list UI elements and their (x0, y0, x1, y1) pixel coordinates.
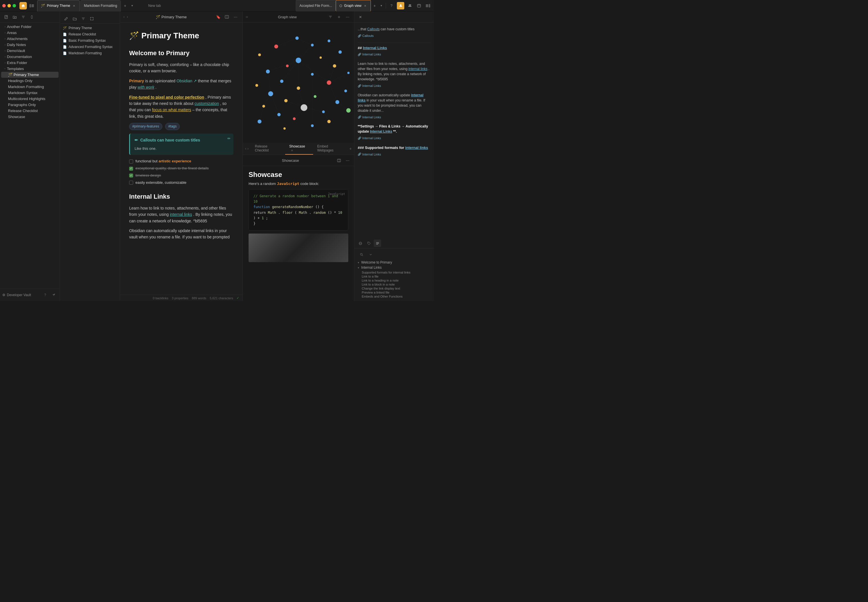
graph-more-icon[interactable]: ⋯ (344, 13, 351, 21)
close-window-button[interactable] (2, 4, 6, 8)
close-right-sidebar-btn[interactable] (357, 13, 364, 21)
tab-embed-webpages[interactable]: Embed Webpages (313, 143, 348, 155)
sidebar-item-markdown-syntax[interactable]: Markdown Syntax (1, 90, 58, 96)
right-tabs-dropdown[interactable]: ▾ (378, 3, 384, 9)
sort-icon-2[interactable] (80, 15, 87, 22)
checkbox-4[interactable] (129, 181, 133, 185)
graph-view[interactable] (243, 23, 354, 143)
editor-content[interactable]: 🪄 Primary Theme Welcome to Primary Prima… (120, 23, 243, 295)
outline-search-icon[interactable] (358, 251, 365, 258)
reading-view-icon[interactable] (223, 13, 231, 21)
with-work-link[interactable]: with work (138, 85, 154, 89)
recent-item-release-checklist[interactable]: 📄 Release Checklist (60, 31, 120, 37)
people-button[interactable] (406, 2, 413, 9)
tab-showcase[interactable]: Showcase ✕ (285, 143, 313, 155)
checkbox-1[interactable] (129, 160, 133, 163)
sort-button[interactable] (20, 13, 27, 21)
outline-internal-links[interactable]: ▾ Internal Links (358, 266, 430, 270)
recent-item-markdown-formatting[interactable]: 📄 Markdown Formatting (60, 50, 120, 56)
tabs-dropdown-button[interactable]: ▾ (129, 3, 135, 9)
minimize-window-button[interactable] (8, 4, 11, 8)
tab-markdown-formatting[interactable]: Markdown Formatting (80, 0, 121, 11)
showcase-back-btn[interactable]: ‹ (245, 147, 246, 150)
right-new-tab-button[interactable]: + (371, 2, 378, 9)
recent-item-advanced-formatting[interactable]: 📄 Advanced Formatting Syntax (60, 44, 120, 50)
rs-auto-link-ref[interactable]: Internal Links (362, 115, 381, 120)
help-icon-bottom[interactable]: ? (41, 291, 49, 299)
outline-change-link-text[interactable]: Change the link display text (358, 287, 430, 290)
rs-tab-list[interactable] (374, 240, 381, 247)
recent-item-primary-theme[interactable]: 🪄 Primary Theme (60, 25, 120, 31)
add-tab-button[interactable]: + (349, 146, 352, 151)
folder-icon[interactable] (71, 15, 78, 22)
showcase-forward-btn[interactable]: › (247, 147, 249, 150)
showcase-reading-icon[interactable] (335, 157, 343, 164)
rs-inline-link[interactable]: internal links (408, 67, 427, 71)
sidebar-item-another-folder[interactable]: › Another Folder (1, 24, 58, 30)
tab-primary-theme[interactable]: 🪄 Primary Theme ✕ (37, 0, 80, 11)
sidebar-item-release-checklist[interactable]: Release Checklist (1, 108, 58, 114)
sidebar-item-daily-notes[interactable]: › Daily Notes (1, 42, 58, 48)
outline-fold-icon[interactable] (367, 251, 374, 258)
tag-primary-features[interactable]: #primary-features (129, 123, 162, 130)
checkbox-3[interactable] (129, 174, 133, 178)
sidebar-item-extra-folder[interactable]: › Extra Folder (1, 60, 58, 66)
graph-tab-close[interactable]: ✕ (363, 4, 367, 8)
settings-icon-bottom[interactable] (50, 291, 57, 299)
focus-link[interactable]: focus on what matters (152, 108, 191, 112)
forward-button[interactable]: › (127, 15, 128, 19)
home-icon-button[interactable] (20, 2, 27, 9)
outline-welcome-to-primary[interactable]: ▾ Welcome to Primary (358, 260, 430, 264)
tag-tags[interactable]: #tags (165, 123, 180, 130)
internal-links-link[interactable]: internal links (170, 212, 192, 217)
new-tab-area[interactable]: New tab (138, 4, 172, 8)
new-note-button[interactable] (2, 13, 10, 21)
back-button[interactable]: ‹ (123, 15, 125, 19)
rs-internal-links-ref[interactable]: Internal Links (362, 52, 381, 57)
rs-supported-ref[interactable]: Internal Links (362, 152, 381, 157)
expand-icon[interactable] (88, 15, 95, 22)
showcase-content[interactable]: Showcase Here's a random JavaScript code… (243, 166, 354, 301)
sidebar-item-attachments[interactable]: › Attachments (1, 36, 58, 42)
callout-edit-icon[interactable]: ✏ (227, 136, 231, 142)
outline-link-to-heading[interactable]: Link to a heading in a note (358, 279, 430, 282)
help-button[interactable]: ? (388, 2, 395, 9)
outline-supported-formats[interactable]: Supported formats for internal links (358, 271, 430, 274)
tab-release-checklist[interactable]: Release Checklist (251, 143, 285, 155)
tab-graph-view[interactable]: ⬡ Graph view ✕ (336, 0, 371, 11)
sidebar-item-markdown-formatting[interactable]: Markdown Formatting (1, 84, 58, 90)
sidebar-item-multicolored-highlights[interactable]: Multicolored Highlights (1, 96, 58, 102)
collapse-all-button[interactable] (28, 13, 35, 21)
rs-settings-ref[interactable]: Internal Links (362, 136, 381, 141)
profile-button[interactable] (397, 2, 404, 9)
rs-callouts-ref[interactable]: Callouts (362, 34, 374, 38)
sidebar-item-headings-only[interactable]: Headings Only (1, 78, 58, 84)
outline-preview-linked-file[interactable]: Preview a linked file (358, 291, 430, 294)
rs-inline-link-ref[interactable]: Internal Links (362, 83, 381, 89)
rs-tab-globe[interactable] (357, 240, 364, 247)
showcase-more-icon[interactable]: ⋯ (344, 157, 351, 164)
graph-filter-icon[interactable] (326, 13, 334, 21)
new-tab-button[interactable]: + (121, 2, 129, 9)
sidebar-item-primary-theme[interactable]: 🪄 Primary Theme (1, 72, 58, 78)
outline-link-to-block[interactable]: Link to a block in a note (358, 283, 430, 286)
edit-icon[interactable] (62, 15, 70, 22)
sidebar-item-showcase[interactable]: Showcase (1, 114, 58, 120)
right-sidebar-toggle[interactable] (424, 2, 432, 9)
sidebar-item-areas[interactable]: › Areas (1, 30, 58, 36)
maximize-window-button[interactable] (12, 4, 16, 8)
tab-accepted-file-form[interactable]: Accepted File Form... (296, 0, 336, 11)
sidebar-item-paragraphs-only[interactable]: Paragraphs Only (1, 102, 58, 108)
tab-close-button[interactable]: ✕ (72, 4, 76, 8)
callouts-link[interactable]: Callouts (367, 27, 380, 31)
obsidian-link[interactable]: Obsidian ↗ (176, 78, 197, 83)
sidebar-item-demovault[interactable]: › DemoVault (1, 48, 58, 54)
left-sidebar-toggle[interactable] (29, 3, 35, 9)
calendar-button[interactable] (415, 2, 423, 9)
rs-tab-tag[interactable] (365, 240, 373, 247)
recent-item-basic-formatting[interactable]: 📄 Basic Formatting Syntax (60, 37, 120, 44)
customization-link[interactable]: customization (194, 101, 219, 106)
showcase-tab-close[interactable]: ✕ (291, 149, 293, 152)
bookmark-icon[interactable]: 🔖 (214, 13, 222, 21)
graph-settings-icon[interactable] (335, 13, 343, 21)
